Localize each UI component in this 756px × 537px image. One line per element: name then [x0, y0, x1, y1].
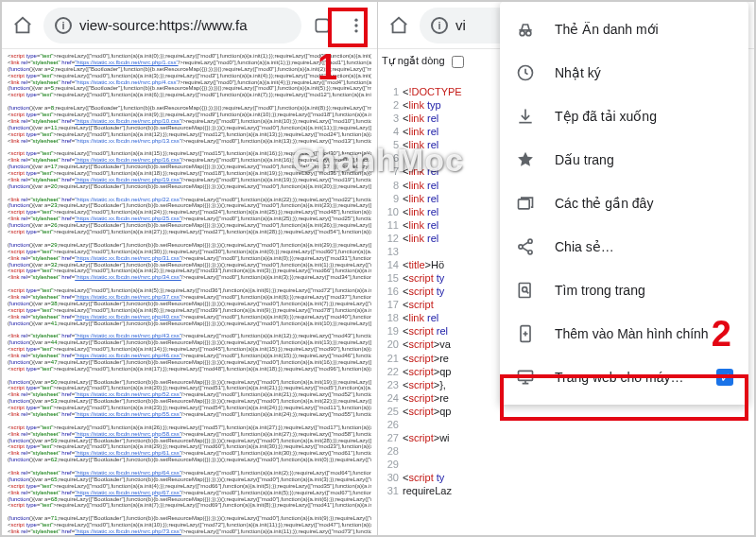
menu-item-label: Tìm trong trang — [555, 283, 733, 298]
svg-rect-0 — [316, 19, 328, 31]
history-icon — [515, 63, 536, 82]
svg-point-3 — [354, 29, 357, 32]
menu-item-label: Chia sẻ… — [555, 239, 733, 254]
desktop-icon — [515, 368, 536, 387]
menu-item-addhome[interactable]: Thêm vào Màn hình chính — [500, 312, 748, 355]
tabs-icon — [515, 194, 536, 213]
wrap-checkbox[interactable] — [452, 56, 464, 68]
toolbar-left: i view-source:https://www.fa — [2, 2, 377, 49]
home-icon[interactable] — [9, 12, 36, 39]
tabs-button[interactable] — [309, 12, 335, 39]
menu-item-share[interactable]: Chia sẻ… — [500, 225, 748, 268]
source-viewer-left: <script type="text">requireLazy(["mod0"]… — [2, 49, 377, 535]
menu-item-history[interactable]: Nhật ký — [500, 51, 748, 95]
download-icon — [515, 107, 536, 126]
svg-rect-11 — [519, 284, 530, 298]
menu-item-label: Thêm vào Màn hình chính — [555, 326, 733, 341]
share-icon — [515, 237, 536, 256]
menu-item-label: Tệp đã tải xuống — [555, 109, 733, 124]
menu-item-label: Trang web cho máy… — [555, 370, 697, 385]
home-icon[interactable] — [386, 12, 412, 39]
overflow-menu: Thẻ Ẩn danh mớiNhật kýTệp đã tải xuốngDấ… — [500, 2, 748, 405]
svg-point-5 — [526, 31, 531, 36]
url-text: vi — [455, 17, 466, 33]
desktop-site-checkbox[interactable]: ✓ — [716, 369, 733, 386]
star-icon — [515, 150, 536, 169]
svg-point-4 — [520, 31, 524, 36]
info-icon: i — [55, 17, 72, 34]
url-text: view-source:https://www.fa — [79, 17, 248, 33]
menu-item-tabs[interactable]: Các thẻ gần đây — [500, 182, 748, 225]
incognito-icon — [515, 20, 536, 39]
info-icon: i — [431, 17, 448, 34]
menu-item-label: Nhật ký — [555, 65, 733, 80]
svg-rect-7 — [519, 199, 530, 209]
more-menu-button[interactable] — [343, 12, 369, 39]
svg-rect-14 — [519, 371, 533, 380]
menu-item-star[interactable]: Dấu trang — [500, 138, 748, 182]
menu-item-find[interactable]: Tìm trong trang — [500, 268, 748, 312]
url-bar-left[interactable]: i view-source:https://www.fa — [43, 8, 301, 43]
line-numbers: 1234567891011121314151617181920212223242… — [378, 85, 403, 535]
menu-item-label: Dấu trang — [555, 152, 733, 167]
menu-item-label: Thẻ Ẩn danh mới — [555, 22, 733, 37]
addhome-icon — [515, 324, 536, 343]
svg-point-1 — [354, 18, 357, 21]
menu-item-desktop[interactable]: Trang web cho máy…✓ — [500, 355, 748, 399]
find-icon — [515, 281, 536, 300]
menu-item-incognito[interactable]: Thẻ Ẩn danh mới — [500, 8, 748, 51]
svg-point-2 — [354, 24, 357, 26]
line-wrap-toggle[interactable]: Tự ngắt dòng — [382, 55, 464, 68]
menu-item-label: Các thẻ gần đây — [555, 196, 733, 211]
menu-item-download[interactable]: Tệp đã tải xuống — [500, 95, 748, 138]
